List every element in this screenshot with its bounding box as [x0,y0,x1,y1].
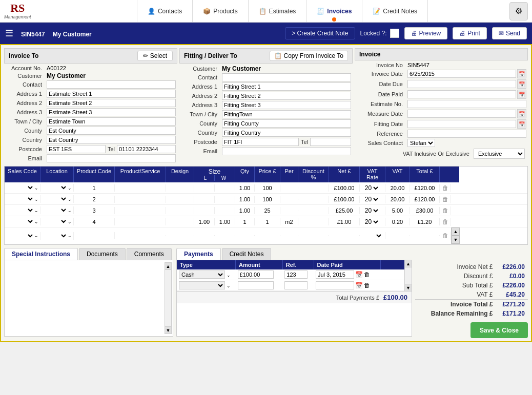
cell-vat-rate[interactable]: 20 [360,184,385,192]
cell-price[interactable] [255,196,280,203]
cell-l[interactable] [194,196,215,203]
country-input[interactable] [47,136,176,144]
copy-from-invoice-button[interactable]: 📋 Copy From Invoice To [270,51,349,61]
fit-town-input[interactable] [222,110,351,118]
settings-button[interactable]: ⚙ [509,2,528,20]
tab-payments[interactable]: Payments [176,248,221,260]
cell-design[interactable] [166,196,194,203]
cell-service[interactable] [115,235,166,236]
sales-code-select[interactable] [6,207,34,214]
cell-product-code[interactable] [74,207,115,214]
fit-county-input[interactable] [222,119,351,128]
cell-service[interactable] [115,218,166,225]
select-button[interactable]: ✏ Select [137,51,173,61]
qty-input[interactable] [237,207,253,214]
calendar-icon[interactable]: 📅 [517,69,526,78]
scroll-up-arrow[interactable]: ▲ [452,227,460,236]
fit-contact-input[interactable] [222,73,351,81]
town-city-input[interactable] [47,117,176,126]
service-input[interactable] [116,219,164,225]
cell-l[interactable] [194,218,215,225]
county-input[interactable] [47,127,176,135]
vat-inclusive-select[interactable]: Exclusive Inclusive [474,149,525,159]
fit-email-input[interactable] [222,147,351,155]
measure-date-input[interactable] [407,110,516,118]
tab-documents[interactable]: Documents [79,248,126,260]
nav-contacts[interactable]: 👤 Contacts [137,0,193,23]
cell-discount[interactable] [298,196,329,203]
estimate-no-input[interactable] [407,100,526,108]
design-input[interactable] [168,219,192,225]
payment-ref-input-empty[interactable] [284,281,308,289]
payment-cal-icon[interactable]: 📅 [355,271,363,278]
print-button[interactable]: 🖨 Print [453,27,487,39]
product-code-input[interactable] [75,196,113,202]
design-input[interactable] [168,185,192,191]
location-select[interactable] [42,184,68,191]
vat-rate-select[interactable] [372,196,380,202]
calendar-measure-icon[interactable]: 📅 [517,109,526,118]
cell-delete[interactable]: 🗑 [440,195,451,203]
payments-scroll-down[interactable]: ▼ [405,284,412,291]
payment-ref-input[interactable] [284,271,308,279]
qty-input[interactable] [237,185,253,191]
fit-tel-input[interactable] [310,138,351,146]
preview-button[interactable]: 🖨 Preview [404,27,448,39]
cell-qty[interactable] [235,184,255,192]
postcode-input[interactable] [47,145,106,153]
payment-type-select[interactable]: Cash [179,271,225,279]
price-input[interactable] [256,196,278,202]
fit-address2-input[interactable] [222,92,351,100]
cell-design[interactable] [166,207,194,214]
qty-input[interactable] [237,219,253,225]
cell-w[interactable] [215,184,235,192]
contact-input[interactable] [47,80,176,89]
date-due-input[interactable] [407,80,516,88]
product-code-input[interactable] [75,207,113,214]
w-input[interactable] [216,185,233,191]
w-input[interactable] [216,219,233,225]
address1-input[interactable] [47,90,176,98]
fit-address1-input[interactable] [222,82,351,91]
payment-delete-icon[interactable]: 🗑 [364,271,370,278]
reference-input[interactable] [407,130,526,138]
special-instructions-textarea[interactable] [7,262,171,319]
fit-postcode-input[interactable] [222,138,299,146]
location-select[interactable] [42,207,68,214]
cell-discount[interactable] [298,207,329,214]
price-input[interactable] [256,185,278,191]
discount-input[interactable] [300,185,327,191]
nav-estimates[interactable]: 📋 Estimates [249,0,307,23]
cell-qty[interactable] [235,207,255,214]
product-code-input[interactable] [75,233,113,239]
payment-type-select-empty[interactable] [179,281,225,289]
delete-row-icon[interactable]: 🗑 [442,184,448,192]
cell-delete[interactable]: 🗑 [440,206,451,215]
location-select[interactable] [42,218,68,225]
cell-delete[interactable]: 🗑 [440,218,451,226]
vat-rate-select[interactable] [372,185,380,191]
cell-qty[interactable] [235,218,255,225]
calendar-paid-icon[interactable]: 📅 [517,90,526,99]
address3-input[interactable] [47,108,176,116]
discount-input[interactable] [300,207,327,214]
scroll-down-btn[interactable]: ▼ [165,326,171,334]
service-input[interactable] [116,196,164,202]
vat-rate-select[interactable] [372,207,380,214]
price-input[interactable] [256,219,278,225]
vat-rate-select[interactable] [372,219,380,225]
design-input[interactable] [168,207,192,214]
sales-code-select[interactable] [6,196,34,202]
w-input[interactable] [216,207,233,214]
service-input[interactable] [116,207,164,214]
vat-rate-select[interactable] [362,233,383,239]
cell-l[interactable] [194,207,215,214]
l-input[interactable] [196,207,213,214]
scroll-down-arrow[interactable]: ▼ [452,236,460,244]
cell-price[interactable] [255,207,280,214]
date-paid-input[interactable] [407,90,516,98]
product-code-input[interactable] [75,219,113,225]
cell-l[interactable] [194,184,215,192]
cell-design[interactable] [166,184,194,192]
invoice-date-input[interactable] [407,70,516,78]
